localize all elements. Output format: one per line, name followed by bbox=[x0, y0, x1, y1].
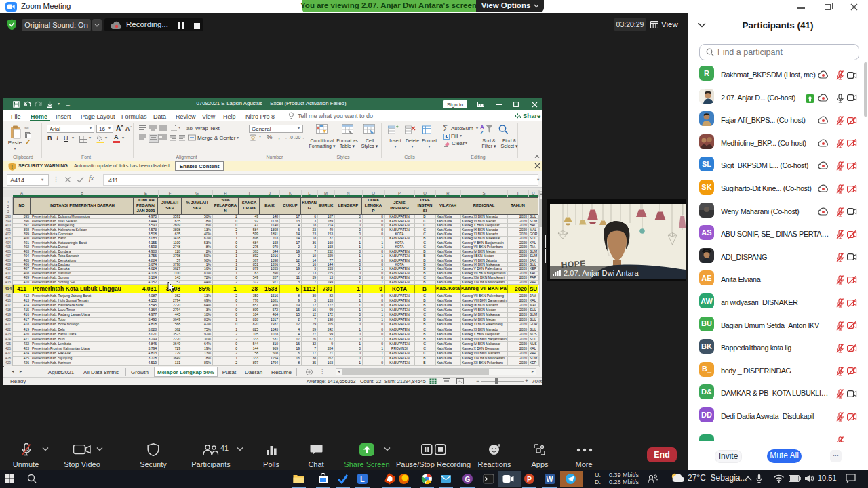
svg-text:W: W bbox=[547, 475, 553, 483]
svg-text:G: G bbox=[465, 476, 471, 483]
svg-text:P: P bbox=[527, 475, 532, 483]
svg-text:!: ! bbox=[11, 163, 13, 170]
svg-text:ab: ab bbox=[186, 125, 193, 131]
svg-text:L: L bbox=[360, 475, 365, 483]
